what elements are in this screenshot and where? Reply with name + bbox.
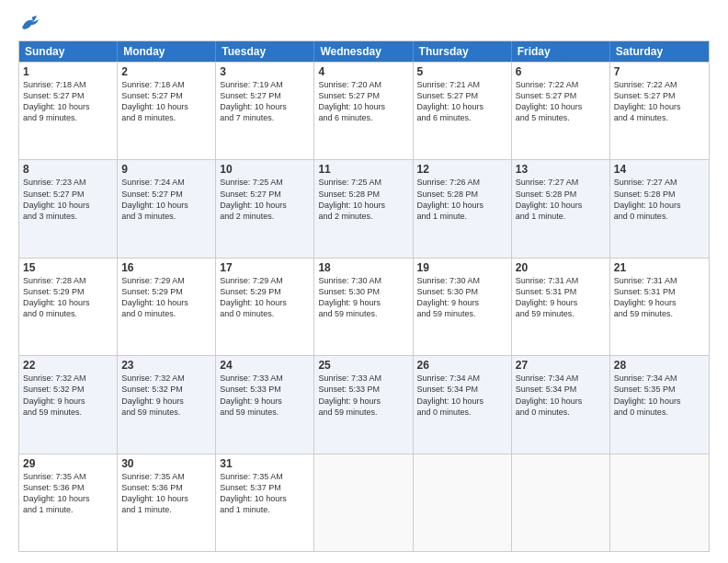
table-row: 18Sunrise: 7:30 AM Sunset: 5:30 PM Dayli… [314, 259, 413, 355]
day-number: 10 [220, 163, 310, 176]
table-row: 11Sunrise: 7:25 AM Sunset: 5:28 PM Dayli… [314, 160, 413, 257]
table-row: 5Sunrise: 7:21 AM Sunset: 5:27 PM Daylig… [414, 63, 512, 159]
weekday-sunday: Sunday [19, 41, 118, 62]
table-row: 4Sunrise: 7:20 AM Sunset: 5:27 PM Daylig… [314, 63, 413, 159]
table-row [314, 454, 413, 551]
cell-info: Sunrise: 7:20 AM Sunset: 5:27 PM Dayligh… [318, 79, 408, 124]
header [18, 15, 710, 31]
day-number: 14 [614, 163, 705, 176]
table-row: 13Sunrise: 7:27 AM Sunset: 5:28 PM Dayli… [512, 160, 610, 257]
weekday-tuesday: Tuesday [216, 41, 314, 62]
day-number: 28 [614, 359, 705, 372]
weekday-monday: Monday [118, 41, 216, 62]
day-number: 16 [121, 261, 211, 274]
day-number: 4 [318, 65, 408, 78]
table-row: 27Sunrise: 7:34 AM Sunset: 5:34 PM Dayli… [512, 356, 610, 453]
cell-info: Sunrise: 7:21 AM Sunset: 5:27 PM Dayligh… [417, 79, 507, 124]
table-row: 6Sunrise: 7:22 AM Sunset: 5:27 PM Daylig… [512, 63, 610, 159]
calendar-week-2: 8Sunrise: 7:23 AM Sunset: 5:27 PM Daylig… [19, 159, 709, 257]
table-row: 7Sunrise: 7:22 AM Sunset: 5:27 PM Daylig… [610, 63, 709, 159]
cell-info: Sunrise: 7:35 AM Sunset: 5:36 PM Dayligh… [121, 471, 211, 516]
weekday-thursday: Thursday [414, 41, 512, 62]
cell-info: Sunrise: 7:26 AM Sunset: 5:28 PM Dayligh… [417, 177, 507, 222]
cell-info: Sunrise: 7:19 AM Sunset: 5:27 PM Dayligh… [220, 79, 310, 124]
day-number: 22 [23, 359, 113, 372]
day-number: 20 [516, 261, 606, 274]
cell-info: Sunrise: 7:27 AM Sunset: 5:28 PM Dayligh… [614, 177, 705, 222]
cell-info: Sunrise: 7:29 AM Sunset: 5:29 PM Dayligh… [121, 275, 211, 320]
table-row [414, 454, 512, 551]
cell-info: Sunrise: 7:31 AM Sunset: 5:31 PM Dayligh… [516, 275, 606, 320]
cell-info: Sunrise: 7:18 AM Sunset: 5:27 PM Dayligh… [23, 79, 113, 124]
day-number: 3 [220, 65, 310, 78]
table-row: 26Sunrise: 7:34 AM Sunset: 5:34 PM Dayli… [414, 356, 512, 453]
cell-info: Sunrise: 7:28 AM Sunset: 5:29 PM Dayligh… [23, 275, 113, 320]
table-row: 3Sunrise: 7:19 AM Sunset: 5:27 PM Daylig… [216, 63, 314, 159]
logo [18, 15, 40, 31]
cell-info: Sunrise: 7:18 AM Sunset: 5:27 PM Dayligh… [121, 79, 211, 124]
day-number: 19 [417, 261, 507, 274]
table-row: 25Sunrise: 7:33 AM Sunset: 5:33 PM Dayli… [314, 356, 413, 453]
day-number: 25 [318, 359, 408, 372]
cell-info: Sunrise: 7:35 AM Sunset: 5:37 PM Dayligh… [220, 471, 310, 516]
page: Sunday Monday Tuesday Wednesday Thursday… [0, 0, 728, 563]
calendar-header: Sunday Monday Tuesday Wednesday Thursday… [19, 41, 709, 62]
day-number: 8 [23, 163, 113, 176]
calendar-week-1: 1Sunrise: 7:18 AM Sunset: 5:27 PM Daylig… [19, 62, 709, 159]
cell-info: Sunrise: 7:25 AM Sunset: 5:28 PM Dayligh… [318, 177, 408, 222]
cell-info: Sunrise: 7:34 AM Sunset: 5:34 PM Dayligh… [516, 373, 606, 418]
cell-info: Sunrise: 7:22 AM Sunset: 5:27 PM Dayligh… [614, 79, 705, 124]
day-number: 27 [516, 359, 606, 372]
table-row: 2Sunrise: 7:18 AM Sunset: 5:27 PM Daylig… [118, 63, 216, 159]
day-number: 18 [318, 261, 408, 274]
table-row: 10Sunrise: 7:25 AM Sunset: 5:27 PM Dayli… [216, 160, 314, 257]
cell-info: Sunrise: 7:32 AM Sunset: 5:32 PM Dayligh… [121, 373, 211, 418]
cell-info: Sunrise: 7:33 AM Sunset: 5:33 PM Dayligh… [220, 373, 310, 418]
cell-info: Sunrise: 7:34 AM Sunset: 5:34 PM Dayligh… [417, 373, 507, 418]
table-row: 17Sunrise: 7:29 AM Sunset: 5:29 PM Dayli… [216, 259, 314, 355]
cell-info: Sunrise: 7:25 AM Sunset: 5:27 PM Dayligh… [220, 177, 310, 222]
cell-info: Sunrise: 7:30 AM Sunset: 5:30 PM Dayligh… [318, 275, 408, 320]
table-row: 14Sunrise: 7:27 AM Sunset: 5:28 PM Dayli… [610, 160, 709, 257]
cell-info: Sunrise: 7:32 AM Sunset: 5:32 PM Dayligh… [23, 373, 113, 418]
day-number: 13 [516, 163, 606, 176]
day-number: 2 [121, 65, 211, 78]
calendar-week-3: 15Sunrise: 7:28 AM Sunset: 5:29 PM Dayli… [19, 258, 709, 355]
table-row: 15Sunrise: 7:28 AM Sunset: 5:29 PM Dayli… [19, 259, 118, 355]
weekday-saturday: Saturday [610, 41, 709, 62]
logo-bird-icon [20, 15, 40, 31]
table-row: 23Sunrise: 7:32 AM Sunset: 5:32 PM Dayli… [118, 356, 216, 453]
cell-info: Sunrise: 7:23 AM Sunset: 5:27 PM Dayligh… [23, 177, 113, 222]
table-row: 21Sunrise: 7:31 AM Sunset: 5:31 PM Dayli… [610, 259, 709, 355]
table-row: 19Sunrise: 7:30 AM Sunset: 5:30 PM Dayli… [414, 259, 512, 355]
cell-info: Sunrise: 7:33 AM Sunset: 5:33 PM Dayligh… [318, 373, 408, 418]
cell-info: Sunrise: 7:34 AM Sunset: 5:35 PM Dayligh… [614, 373, 705, 418]
table-row: 9Sunrise: 7:24 AM Sunset: 5:27 PM Daylig… [118, 160, 216, 257]
day-number: 23 [121, 359, 211, 372]
table-row [610, 454, 709, 551]
table-row: 8Sunrise: 7:23 AM Sunset: 5:27 PM Daylig… [19, 160, 118, 257]
weekday-friday: Friday [512, 41, 610, 62]
cell-info: Sunrise: 7:30 AM Sunset: 5:30 PM Dayligh… [417, 275, 507, 320]
calendar-body: 1Sunrise: 7:18 AM Sunset: 5:27 PM Daylig… [19, 62, 709, 551]
day-number: 12 [417, 163, 507, 176]
table-row: 29Sunrise: 7:35 AM Sunset: 5:36 PM Dayli… [19, 454, 118, 551]
day-number: 5 [417, 65, 507, 78]
calendar: Sunday Monday Tuesday Wednesday Thursday… [18, 40, 710, 552]
day-number: 11 [318, 163, 408, 176]
cell-info: Sunrise: 7:27 AM Sunset: 5:28 PM Dayligh… [516, 177, 606, 222]
table-row: 16Sunrise: 7:29 AM Sunset: 5:29 PM Dayli… [118, 259, 216, 355]
day-number: 30 [121, 457, 211, 470]
table-row: 30Sunrise: 7:35 AM Sunset: 5:36 PM Dayli… [118, 454, 216, 551]
weekday-wednesday: Wednesday [314, 41, 413, 62]
cell-info: Sunrise: 7:22 AM Sunset: 5:27 PM Dayligh… [516, 79, 606, 124]
table-row: 20Sunrise: 7:31 AM Sunset: 5:31 PM Dayli… [512, 259, 610, 355]
table-row [512, 454, 610, 551]
day-number: 26 [417, 359, 507, 372]
day-number: 17 [220, 261, 310, 274]
day-number: 31 [220, 457, 310, 470]
day-number: 7 [614, 65, 705, 78]
cell-info: Sunrise: 7:31 AM Sunset: 5:31 PM Dayligh… [614, 275, 705, 320]
cell-info: Sunrise: 7:24 AM Sunset: 5:27 PM Dayligh… [121, 177, 211, 222]
cell-info: Sunrise: 7:35 AM Sunset: 5:36 PM Dayligh… [23, 471, 113, 516]
